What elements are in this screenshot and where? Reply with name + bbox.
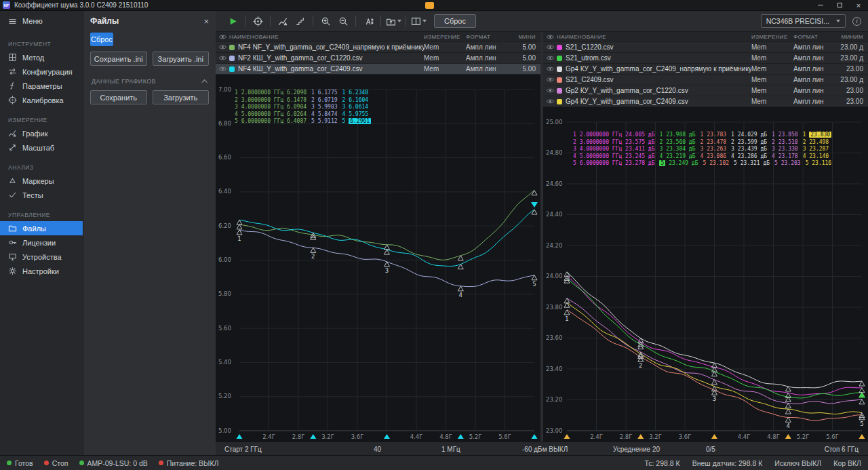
svg-text:23.20: 23.20	[546, 396, 562, 403]
marker-readout-row: 1 2.0000000 ГГц 6.20901 6.17751 6.2348	[235, 90, 376, 97]
status-right-group: Тс: 298.8 К Внеш датчик: 298.8 К Исключ …	[644, 459, 861, 467]
layout-button[interactable]	[410, 13, 427, 29]
autoscale-button[interactable]	[359, 13, 377, 29]
sidebar-item-configuration[interactable]: Конфигурация	[0, 64, 83, 79]
toolbar-separator	[355, 16, 356, 26]
sidebar-item-settings[interactable]: Настройки	[0, 264, 83, 278]
toolbar-reset-button[interactable]: Сброс	[434, 14, 476, 28]
folder-icon	[8, 224, 17, 233]
marker-readout-row: 2 3.0000000 ГГц 23.575 дБ2 23.560 дБ2 23…	[573, 139, 836, 146]
collapse-chevron-icon[interactable]	[201, 79, 207, 85]
info-icon[interactable]: i	[852, 17, 861, 26]
trace-row[interactable]: S21_C2409.csvMemАмпл лин23.00 д	[543, 75, 868, 85]
sidebar-item-method[interactable]: Метод	[0, 50, 83, 64]
zoom-in-icon	[321, 16, 331, 26]
svg-text:6.80: 6.80	[218, 120, 231, 127]
sweep-param-bar: Старт 2 ГГц 40 1 МГц -60 дБм ВЫКЛ Усредн…	[216, 442, 868, 455]
reset-button[interactable]: Сброс	[90, 33, 113, 46]
visibility-icon[interactable]	[218, 66, 227, 72]
trace-min: 23.00 д	[835, 43, 867, 51]
target-icon	[8, 96, 17, 104]
export-icon	[386, 16, 396, 26]
trace-row[interactable]: Gp4 КУ_Y_with_gamma_cor_C2409_напрямую к…	[543, 64, 868, 75]
toolbar-buttons	[224, 13, 427, 29]
visibility-icon[interactable]	[546, 44, 555, 50]
trace-format: Ампл лин	[793, 98, 835, 105]
col-format: ФОРМАТ	[466, 34, 508, 40]
visibility-icon[interactable]	[546, 77, 555, 83]
sidebar-item-scale[interactable]: Масштаб	[0, 140, 83, 155]
trace-row[interactable]: Gp4 КУ_Y_with_gamma_cor_C2409.csvMemАмпл…	[543, 96, 868, 107]
svg-text:24.80: 24.80	[546, 149, 562, 156]
svg-text:2: 2	[311, 253, 315, 260]
maximize-button[interactable]	[830, 0, 849, 10]
device-dropdown[interactable]: NC346B PRECISI...	[761, 14, 846, 28]
visibility-icon[interactable]	[546, 66, 555, 72]
trace-row[interactable]: NF4 КШ_Y_with_gamma_cor_C2409.csvMemАмпл…	[216, 64, 540, 75]
param-points: 40	[374, 445, 381, 452]
status-label: Питание: ВЫКЛ	[167, 459, 219, 467]
save-ini-button[interactable]: Сохранить .ini	[90, 52, 147, 66]
save-graph-button[interactable]: Сохранить	[90, 90, 147, 104]
visibility-icon[interactable]	[218, 44, 227, 50]
sidebar-item-calibration[interactable]: Калибровка	[0, 93, 83, 107]
visibility-icon[interactable]	[546, 98, 555, 104]
col-visibility	[543, 34, 557, 40]
trace-measure: Mem	[751, 87, 793, 94]
visibility-icon[interactable]	[218, 55, 227, 61]
col-visibility	[216, 34, 229, 40]
trace-row[interactable]: Gp2 КУ_Y_with_gamma_cor_C1220.csvMemАмпл…	[543, 85, 868, 96]
visibility-icon[interactable]	[218, 34, 227, 40]
status-label: AMP-09-LSU: 0 dB	[87, 459, 148, 467]
trace-min: 23.00	[835, 87, 867, 94]
sidebar-item-graph[interactable]: График	[0, 126, 83, 140]
single-sweep-button[interactable]	[249, 13, 267, 29]
export-button[interactable]	[384, 13, 402, 29]
visibility-icon[interactable]	[546, 34, 555, 40]
sidebar-item-licenses[interactable]: Лицензии	[0, 235, 83, 250]
trace-row[interactable]: NF4 NF_Y_with_gamma_cor_C2409_напрямую к…	[216, 42, 540, 53]
chart-line-icon	[8, 129, 17, 138]
trace-style-button[interactable]	[292, 13, 309, 29]
trace-row[interactable]: NF2 КШ_Y_with_gamma_cor_C1220.csvMemАмпл…	[216, 53, 540, 64]
zoom-select-button[interactable]	[334, 13, 352, 29]
visibility-icon[interactable]	[546, 87, 555, 94]
trace-format: Ампл лин	[466, 65, 508, 73]
chevron-down-icon	[397, 20, 401, 22]
svg-text:4: 4	[459, 292, 462, 298]
menu-button[interactable]: Меню	[0, 11, 83, 31]
trace-color-swatch	[557, 56, 562, 61]
trace-row[interactable]: S21_utrom.csvMemАмпл лин23.00 д	[543, 53, 868, 64]
marker-readout-row: 4 5.0000000 ГГц 6.02644 5.84744 5.9755	[235, 111, 376, 119]
load-graph-button[interactable]: Загрузить	[153, 90, 210, 104]
sidebar-item-label: Параметры	[22, 82, 62, 90]
run-button[interactable]	[224, 13, 241, 29]
svg-text:5.20: 5.20	[218, 393, 231, 399]
trace-measure: Mem	[751, 76, 793, 83]
svg-text:2.4Г: 2.4Г	[262, 433, 275, 440]
load-ini-button[interactable]: Загрузить .ini	[153, 52, 210, 66]
zoom-in-button[interactable]	[317, 13, 334, 29]
visibility-icon[interactable]	[546, 55, 555, 61]
sidebar-item-label: Метод	[22, 54, 44, 62]
trace-name: NF4 NF_Y_with_gamma_cor_C2409_напрямую к…	[229, 43, 424, 51]
trace-format: Ампл лин	[793, 54, 835, 62]
trace-row[interactable]: S21_C1220.csvMemАмпл лин23.00 д	[543, 42, 868, 53]
close-panel-icon[interactable]: ×	[203, 17, 209, 26]
sidebar-item-files[interactable]: Файлы	[0, 221, 83, 235]
marker-readout-row: 5 6.0000000 ГГц 6.40875 5.91125 6.2961	[235, 118, 376, 125]
status-label: Стоп	[52, 459, 68, 467]
sidebar-item-tests[interactable]: Тесты	[0, 188, 83, 202]
ini-buttons-row: Сохранить .ini Загрузить .ini	[90, 52, 209, 66]
charts-area: НАИМЕНОВАНИЕИЗМЕРЕНИЕФОРМАТМИНИNF4 NF_Y_…	[216, 32, 868, 442]
status-ext-sensor: Внеш датчик: 298.8 К	[692, 459, 763, 467]
sidebar-item-markers[interactable]: Маркеры	[0, 174, 83, 188]
trace-markers-button[interactable]	[274, 13, 292, 29]
close-button[interactable]: ×	[849, 0, 868, 10]
sidebar-item-devices[interactable]: Устройства	[0, 250, 83, 264]
minimize-button[interactable]	[811, 0, 830, 10]
marker-readout-row: 4 5.0000000 ГГц 23.245 дБ4 23.219 дБ4 23…	[573, 153, 836, 161]
trace-format: Ампл лин	[793, 76, 835, 83]
col-min: МИНИМ	[835, 34, 867, 40]
sidebar-item-parameters[interactable]: Параметры	[0, 79, 83, 93]
